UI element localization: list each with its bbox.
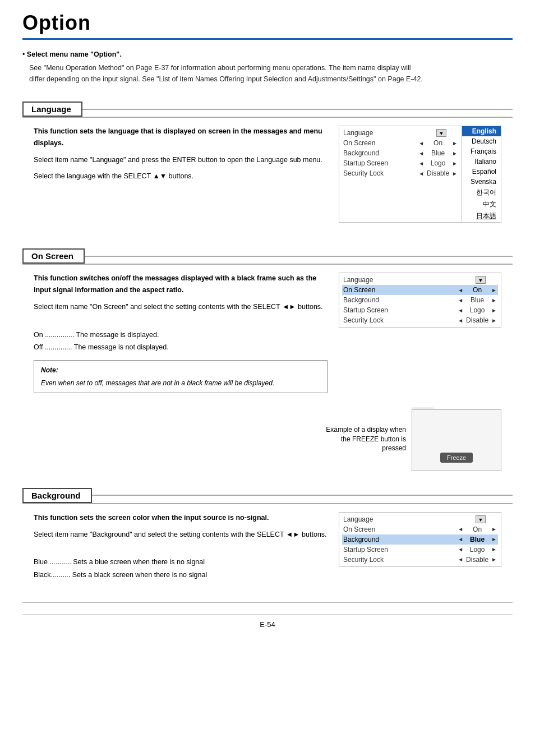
lang-menu-row-language: Language [343, 129, 425, 137]
intro-subtext-1: See "Menu Operation Method" on Page E-37… [29, 62, 513, 73]
background-section: Background This function sets the screen… [22, 488, 513, 591]
onscreen-menu-security: Security Lock [343, 316, 458, 324]
lang-japanese[interactable]: 日本語 [462, 210, 501, 222]
freeze-caption: Example of a display when the FREEZE but… [316, 425, 406, 453]
page-title: Option [22, 11, 513, 40]
on-screen-section-title: On Screen [22, 248, 85, 264]
lang-espanol[interactable]: Español [462, 167, 501, 177]
language-desc-bold: This function sets the language that is … [34, 126, 328, 149]
on-screen-section-line [85, 256, 513, 257]
lang-chinese[interactable]: 中文 [462, 199, 501, 210]
lang-deutsch[interactable]: Deutsch [462, 136, 501, 146]
intro-section: • Select menu name "Option". See "Menu O… [22, 49, 513, 85]
background-desc1: Select item name "Background" and select… [34, 529, 328, 541]
lang-menu-row-security: Security Lock [343, 169, 418, 177]
lang-menu-row-background: Background [343, 149, 418, 157]
onscreen-desc1: Select item name "On Screen" and select … [34, 301, 328, 313]
onscreen-list-on: On ............... The message is displa… [34, 329, 328, 341]
lang-italiano[interactable]: Italiano [462, 156, 501, 167]
lang-francais[interactable]: Français [462, 146, 501, 156]
freeze-display: Freeze [412, 409, 501, 471]
on-screen-section: On Screen This function switches on/off … [22, 248, 513, 477]
note-text: Even when set to off, messages that are … [41, 378, 320, 388]
lang-english[interactable]: English [462, 126, 501, 136]
bg-menu-language: Language [343, 515, 464, 523]
note-title: Note: [41, 365, 320, 376]
background-list-black: Black.......... Sets a black screen when… [34, 569, 328, 581]
background-section-line [92, 495, 513, 496]
background-list-blue: Blue ........... Sets a blue screen when… [34, 556, 328, 568]
lang-menu-row-onscreen: On Screen [343, 139, 418, 147]
page-footer: E-54 [22, 614, 513, 629]
language-section-line [82, 109, 513, 110]
background-desc-bold: This function sets the screen color when… [34, 512, 328, 524]
bg-menu-security: Security Lock [343, 556, 458, 564]
language-desc1: Select item name "Language" and press th… [34, 154, 328, 166]
onscreen-list-off: Off .............. The message is not di… [34, 342, 328, 353]
onscreen-desc-bold: This function switches on/off the messag… [34, 273, 328, 296]
freeze-button: Freeze [440, 453, 473, 463]
lang-svenska[interactable]: Svenska [462, 177, 501, 187]
bg-menu-onscreen: On Screen [343, 525, 458, 533]
language-section-title: Language [22, 102, 82, 117]
bg-menu-startup: Startup Screen [343, 546, 458, 554]
language-section: Language This function sets the language… [22, 102, 513, 232]
language-desc2: Select the language with the SELECT ▲▼ b… [34, 170, 328, 182]
background-section-title: Background [22, 488, 92, 503]
lang-korean[interactable]: 한국어 [462, 187, 501, 199]
lang-menu-row-startup: Startup Screen [343, 159, 418, 167]
onscreen-menu-language: Language [343, 276, 464, 284]
onscreen-menu-background: Background [343, 296, 458, 304]
onscreen-menu-startup: Startup Screen [343, 306, 458, 314]
intro-bullet: Select menu name "Option". [27, 50, 122, 58]
bg-menu-background: Background [343, 536, 458, 543]
intro-subtext-2: differ depending on the input signal. Se… [29, 73, 513, 85]
onscreen-menu-onscreen: On Screen [343, 286, 458, 294]
